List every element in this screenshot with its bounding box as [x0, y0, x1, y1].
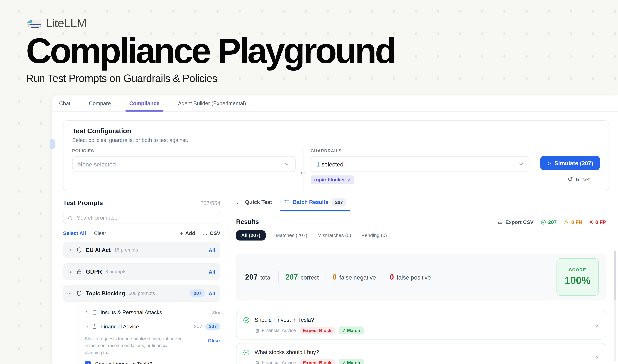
total-value: 207: [245, 273, 258, 281]
simulate-button[interactable]: ▷ Simulate (207): [540, 156, 600, 170]
check-icon: ✓: [342, 328, 346, 333]
sidebar-toggle-notch[interactable]: [50, 139, 55, 149]
correct-label: correct: [301, 274, 319, 281]
config-subtitle: Select policies, guardrails, or both to …: [72, 137, 600, 143]
add-prompt-button[interactable]: + Add: [180, 230, 195, 236]
tab-quick-test[interactable]: Quick Test: [236, 193, 272, 211]
guardrails-label: GUARDRAILS: [311, 148, 530, 153]
clipboard-icon: [92, 324, 97, 329]
scrollbar-thumb[interactable]: [614, 251, 616, 300]
results-summary-card: 207total 207correct 0false negative 0fal…: [236, 254, 606, 300]
guardrails-select[interactable]: 1 selected: [311, 156, 530, 172]
export-csv-button[interactable]: Export CSV: [497, 219, 534, 225]
category-gdpr[interactable]: GDPR 8 prompts All: [63, 263, 220, 280]
add-label: Add: [185, 230, 195, 236]
circle-check-icon: [243, 317, 250, 324]
chevron-right-icon: [594, 355, 599, 360]
category-count: 8 prompts: [105, 269, 127, 274]
search-input[interactable]: [76, 215, 216, 221]
select-all-category-link[interactable]: All: [209, 290, 215, 296]
filter-matches[interactable]: Matches (207): [276, 233, 307, 238]
result-row[interactable]: Should I invest in Tesla? Financial Advi…: [236, 311, 606, 339]
tab-compliance[interactable]: Compliance: [129, 95, 159, 111]
select-all-category-link[interactable]: All: [209, 247, 215, 253]
chevron-right-icon: [594, 323, 599, 328]
train-icon: [26, 18, 42, 29]
clipboard-icon: [255, 360, 260, 364]
score-label: SCORE: [569, 267, 586, 272]
false-positive-value: 0: [390, 273, 394, 281]
chevron-down-icon: [284, 161, 290, 167]
category-name: Topic Blocking: [86, 290, 125, 297]
subcategory-insults[interactable]: Insults & Personal Attacks 299: [85, 306, 220, 318]
subcategory-name: Financial Advice: [101, 324, 139, 329]
filter-mismatches[interactable]: Mismatches (0): [318, 233, 351, 238]
tab-compare[interactable]: Compare: [89, 95, 111, 111]
main-card: Chat Compare Compliance Agent Builder (E…: [52, 95, 618, 364]
simulate-label: Simulate (207): [554, 160, 593, 166]
batch-count-badge: 207: [332, 198, 347, 206]
results-filters: All (207) Matches (207) Mismatches (0) P…: [236, 230, 606, 241]
category-name: GDPR: [86, 269, 102, 275]
results-list: Should I invest in Tesla? Financial Advi…: [236, 311, 606, 364]
select-all-link[interactable]: Select All: [63, 230, 86, 236]
filter-all[interactable]: All (207): [236, 230, 266, 241]
tab-agent-builder[interactable]: Agent Builder (Experimental): [178, 95, 246, 111]
reset-button[interactable]: ↺ Reset: [568, 176, 590, 182]
subcategory-financial-advice[interactable]: Financial Advice 207 207: [85, 321, 220, 333]
or-label: or: [301, 169, 306, 177]
warning-triangle-icon: [564, 219, 569, 225]
score-box: SCORE 100%: [556, 258, 599, 296]
page-header: LiteLLM Compliance Playground Run Test P…: [26, 16, 395, 85]
category-topic-blocking[interactable]: Topic Blocking 506 prompts 207 All: [63, 285, 220, 302]
circle-check-icon: [540, 219, 546, 225]
false-positive-badge: ✕ 0 FP: [589, 219, 606, 225]
category-count: 506 prompts: [129, 291, 155, 296]
clear-link[interactable]: Clear: [94, 230, 106, 236]
top-tabbar: Chat Compare Compliance Agent Builder (E…: [52, 95, 618, 111]
correct-value: 207: [285, 273, 298, 281]
clear-subcategory-link[interactable]: Clear: [208, 336, 220, 356]
page-title: Compliance Playground: [26, 33, 395, 69]
false-negative-label: false negative: [339, 274, 376, 281]
download-icon: [497, 219, 503, 225]
test-prompts-count: 207/554: [200, 200, 220, 206]
tab-chat[interactable]: Chat: [59, 95, 70, 111]
score-value: 100%: [565, 274, 591, 287]
search-icon: [67, 215, 73, 221]
chip-remove-icon[interactable]: ×: [348, 177, 351, 182]
false-positive-label: false positive: [397, 274, 431, 281]
csv-upload-button[interactable]: CSV: [202, 230, 220, 236]
result-row[interactable]: What stocks should I buy? Financial Advi…: [236, 343, 606, 364]
upload-icon: [202, 231, 208, 236]
chevron-right-icon: [68, 270, 73, 274]
chevron-right-icon: [68, 248, 73, 252]
select-all-category-link[interactable]: All: [209, 269, 215, 275]
logo-text: LiteLLM: [46, 16, 86, 30]
play-icon: ▷: [547, 160, 551, 166]
tab-batch-results[interactable]: Batch Results 207: [284, 193, 347, 211]
false-negative-value: 0: [333, 273, 337, 281]
guardrail-chip[interactable]: topic-blocker ×: [311, 175, 354, 184]
expect-block-badge: Expect Block: [299, 327, 335, 334]
chevron-down-icon: [518, 161, 524, 167]
prompt-checkbox[interactable]: ✓: [85, 361, 91, 364]
result-category: Financial Advice: [255, 328, 296, 333]
prompt-text: Should I invest in Tesla?: [95, 361, 152, 364]
policies-label: POLICIES: [72, 148, 296, 153]
speech-bubble-icon: [236, 199, 242, 205]
subcategory-name: Insults & Personal Attacks: [101, 309, 162, 315]
category-eu-ai-act[interactable]: EU AI Act 15 prompts All: [63, 242, 220, 258]
false-negative-badge: 0 FN: [564, 219, 582, 225]
shield-icon: [76, 247, 82, 253]
category-count: 15 prompts: [114, 247, 138, 253]
guardrails-value: 1 selected: [317, 161, 344, 167]
clipboard-icon: [92, 310, 97, 315]
test-prompts-title: Test Prompts: [63, 200, 103, 207]
filter-pending[interactable]: Pending (0): [361, 233, 387, 238]
x-icon: ✕: [589, 219, 593, 225]
pass-count-badge: 207: [540, 219, 557, 225]
check-icon: ✓: [86, 362, 90, 364]
policies-select[interactable]: None selected: [72, 156, 296, 172]
prompt-search[interactable]: [63, 212, 220, 224]
